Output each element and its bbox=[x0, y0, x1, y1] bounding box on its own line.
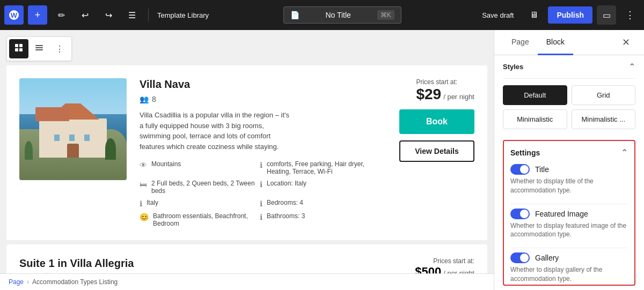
close-sidebar-button[interactable]: ✕ bbox=[616, 33, 635, 52]
bed-icon: 🛏 bbox=[140, 180, 147, 189]
save-draft-button[interactable]: Save draft bbox=[475, 8, 520, 23]
close-icon: ✕ bbox=[622, 36, 630, 48]
info-icon-2: ℹ bbox=[260, 180, 262, 189]
feature-amenities-text: comforts, Free parking, Hair dryer, Heat… bbox=[267, 160, 376, 175]
feature-bathroom-extras: 😊 Bathroom essentials, Beachfront, Bedro… bbox=[140, 212, 255, 227]
gallery-label: Gallery bbox=[535, 254, 559, 262]
chevron-up-icon: ⌃ bbox=[628, 62, 635, 71]
template-library-label: Template Library bbox=[157, 11, 209, 19]
feature-bathrooms: ℹ Bathrooms: 3 bbox=[260, 212, 376, 227]
layout-icon bbox=[13, 42, 24, 55]
overflow-menu-button[interactable]: ⋮ bbox=[620, 5, 640, 25]
gallery-setting-row: Gallery bbox=[510, 252, 628, 263]
more-options-button[interactable]: ⋮ bbox=[50, 39, 69, 58]
topbar: W + ✏ ↩ ↪ ☰ Template Library 📄 No Title … bbox=[0, 0, 644, 30]
info-icon-4: ℹ bbox=[260, 199, 262, 208]
undo-icon: ↩ bbox=[82, 10, 89, 20]
svg-rect-6 bbox=[35, 45, 43, 46]
svg-text:W: W bbox=[11, 11, 18, 19]
price-per-night: / per night bbox=[443, 93, 474, 101]
style-default[interactable]: Default bbox=[503, 85, 567, 105]
preview-button[interactable]: 🖥 bbox=[524, 5, 544, 25]
settings-title: Settings bbox=[510, 148, 540, 157]
layout-view-button[interactable] bbox=[9, 39, 28, 58]
feature-country-text: Italy bbox=[147, 199, 158, 206]
redo-button[interactable]: ↪ bbox=[99, 5, 118, 25]
featured-image-desc: Whether to display featured image of the… bbox=[510, 221, 628, 240]
sidebar-tabs: Page Block ✕ bbox=[494, 30, 644, 55]
style-minimalistic-alt[interactable]: Minimalistic ... bbox=[572, 109, 636, 129]
style-options-grid: Default Grid Minimalistic Minimalistic .… bbox=[503, 79, 635, 136]
tab-page[interactable]: Page bbox=[503, 30, 538, 55]
villa-card: Villa Nava 👥 8 Villa Csadillia is a popu… bbox=[6, 65, 487, 240]
edit-button[interactable]: ✏ bbox=[52, 5, 71, 25]
title-setting: Title Whether to display title of the ac… bbox=[510, 164, 628, 195]
pencil-icon: ✏ bbox=[58, 10, 65, 20]
feature-views-text: Mountains bbox=[151, 160, 181, 168]
villa-scene-image bbox=[19, 78, 127, 180]
card-title: Villa Nava bbox=[140, 78, 376, 91]
mountain-icon: 👁 bbox=[140, 161, 147, 169]
featured-image-toggle[interactable] bbox=[510, 209, 530, 219]
styles-section: Styles ⌃ Default Grid Minimalistic Minim… bbox=[494, 55, 644, 136]
monitor-icon: 🖥 bbox=[530, 10, 538, 20]
view-details-button[interactable]: View Details bbox=[399, 140, 474, 162]
styles-title: Styles bbox=[503, 63, 523, 71]
divider-2 bbox=[510, 248, 628, 248]
block-view-icon bbox=[34, 42, 45, 55]
redo-icon: ↪ bbox=[105, 10, 112, 20]
title-label: Title bbox=[535, 165, 549, 174]
svg-rect-7 bbox=[35, 47, 43, 48]
block-view-button[interactable] bbox=[30, 39, 49, 58]
settings-collapse-button[interactable]: ⌃ bbox=[621, 147, 628, 158]
book-button[interactable]: Book bbox=[399, 109, 474, 134]
overflow-icon: ⋮ bbox=[625, 9, 635, 21]
settings-section: Settings ⌃ Title Whether to display titl… bbox=[503, 140, 635, 286]
guests-count: 8 bbox=[152, 95, 156, 103]
feature-bathroom-text: Bathroom essentials, Beachfront, Bedroom bbox=[153, 212, 255, 227]
list-view-button[interactable]: ☰ bbox=[122, 5, 142, 25]
style-minimalistic[interactable]: Minimalistic bbox=[503, 109, 567, 129]
separator bbox=[148, 9, 149, 21]
post-title-text: No Title bbox=[304, 11, 373, 19]
gallery-toggle[interactable] bbox=[510, 252, 530, 263]
divider-1 bbox=[510, 204, 628, 204]
info-icon-5: ℹ bbox=[260, 213, 262, 221]
feature-beds: 🛏 2 Full beds, 2 Queen beds, 2 Tween bed… bbox=[140, 180, 255, 195]
styles-collapse-button[interactable]: ⌃ bbox=[628, 62, 635, 72]
feature-location-text: Location: Italy bbox=[267, 180, 306, 187]
panel-icon: ▭ bbox=[603, 10, 611, 20]
publish-button[interactable]: Publish bbox=[548, 6, 592, 24]
tab-block[interactable]: Block bbox=[538, 30, 573, 55]
breadcrumb: Page › Accommodation Types Listing bbox=[0, 273, 494, 290]
styles-section-header: Styles ⌃ bbox=[503, 55, 635, 79]
card-image bbox=[19, 78, 127, 180]
card-features: 👁 Mountains ℹ comforts, Free parking, Ha… bbox=[140, 160, 376, 227]
breadcrumb-root[interactable]: Page bbox=[9, 278, 24, 286]
bathroom-icon: 😊 bbox=[140, 213, 149, 221]
feature-country: ℹ Italy bbox=[140, 199, 255, 208]
title-toggle[interactable] bbox=[510, 164, 530, 175]
breadcrumb-separator: › bbox=[27, 278, 29, 286]
feature-location: ℹ Location: Italy bbox=[260, 180, 376, 195]
list-icon: ☰ bbox=[128, 10, 136, 20]
svg-rect-8 bbox=[35, 49, 43, 50]
gallery-desc: Whether to display gallery of the accomm… bbox=[510, 265, 628, 284]
chevron-up-icon-settings: ⌃ bbox=[621, 148, 628, 157]
style-grid[interactable]: Grid bbox=[572, 85, 636, 105]
feature-bathrooms-text: Bathrooms: 3 bbox=[267, 212, 305, 220]
price-amount: $29 bbox=[416, 86, 441, 103]
plus-icon: + bbox=[35, 10, 41, 21]
undo-button[interactable]: ↩ bbox=[75, 5, 94, 25]
settings-header: Settings ⌃ bbox=[510, 147, 628, 158]
info-icon-1: ℹ bbox=[260, 161, 262, 169]
svg-rect-2 bbox=[15, 44, 18, 47]
add-block-button[interactable]: + bbox=[28, 5, 47, 25]
svg-rect-3 bbox=[19, 44, 23, 47]
sidebar-toggle-button[interactable]: ▭ bbox=[597, 5, 616, 25]
card2-title: Suite 1 in Villa Allegria bbox=[19, 257, 376, 270]
info-icon-3: ℹ bbox=[140, 199, 142, 208]
block-toolbar: ⋮ bbox=[6, 36, 72, 61]
post-title-button[interactable]: 📄 No Title ⌘K bbox=[283, 6, 401, 24]
title-setting-row: Title bbox=[510, 164, 628, 175]
